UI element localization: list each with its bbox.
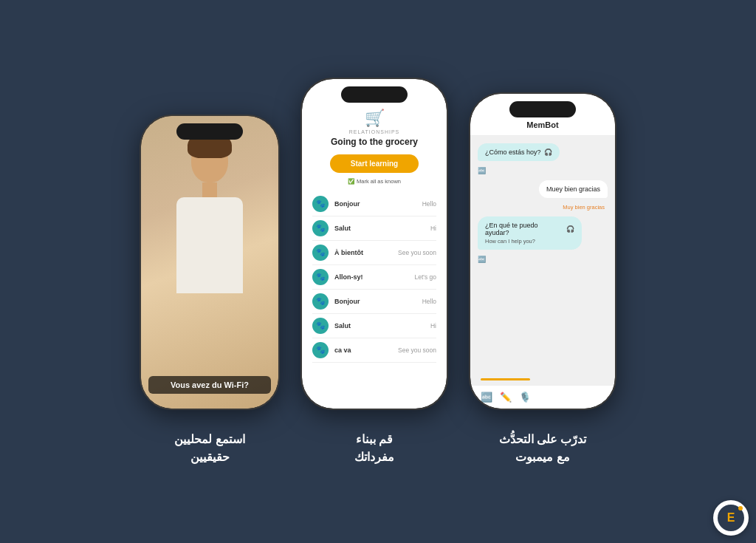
vocab-word-4: Allon-sy!	[334, 273, 408, 281]
vocab-avatar-1: 🐾	[312, 196, 329, 212]
vocab-icon: 🛒	[365, 109, 385, 128]
chat-correction-1: Muy bien gracias	[563, 204, 608, 211]
vocab-avatar-7: 🐾	[312, 342, 329, 358]
vocab-item-5[interactable]: 🐾 Bonjour Hello	[312, 290, 436, 314]
edit-footer-icon[interactable]: ✏️	[500, 392, 512, 403]
vocab-avatar-6: 🐾	[312, 318, 329, 334]
vocab-translation-2: Hi	[430, 225, 436, 232]
labels-row: استمع لمحليينحقيقيين قم ببناءمفرداتك تدر…	[0, 431, 756, 466]
phone-1: Vous avez du Wi-Fi?	[140, 115, 280, 410]
vocab-word-3: À bientôt	[334, 249, 392, 256]
vocab-translation-3: See you soon	[398, 249, 436, 256]
label-text-3: تدرّب على التحدُّثمع ميمبوت	[469, 431, 616, 466]
vocab-avatar-3: 🐾	[312, 245, 329, 261]
phone-notch-1	[176, 123, 243, 140]
logo-inner: E	[718, 505, 744, 531]
mark-all-known[interactable]: ✅ Mark all as known	[348, 178, 401, 185]
vocab-item-6[interactable]: 🐾 Salut Hi	[312, 314, 436, 338]
phone-notch-2	[341, 86, 408, 103]
logo-dots	[738, 506, 743, 510]
vocab-word-7: ca va	[334, 346, 392, 354]
chat-bubble-2: Muey bien gracias	[539, 180, 608, 198]
chat-text-1: ¿Cómo estás hoy?	[485, 148, 541, 156]
label-phone-1: استمع لمحليينحقيقيين	[140, 431, 280, 466]
phone-3: MemBot ¿Cómo estás hoy? 🎧 🔤 Muey bien gr…	[469, 92, 616, 410]
translate-icon-2: 🔤	[478, 256, 486, 263]
label-phone-2: قم ببناءمفرداتك	[300, 431, 448, 466]
vocab-item-3[interactable]: 🐾 À bientôt See you soon	[312, 241, 436, 265]
logo-letter: E	[727, 511, 735, 525]
headphone-icon-1: 🎧	[544, 148, 552, 156]
chat-screen: MemBot ¿Cómo estás hoy? 🎧 🔤 Muey bien gr…	[470, 94, 615, 409]
vocab-translation-5: Hello	[422, 298, 436, 305]
chat-messages: ¿Cómo estás hoy? 🎧 🔤 Muey bien gracias M…	[470, 136, 615, 378]
vocab-word-1: Bonjour	[334, 200, 416, 208]
chat-sub-3: How can I help you?	[485, 238, 574, 245]
chat-footer: 🔤 ✏️ 🎙️	[470, 385, 615, 409]
chat-progress-bar	[481, 378, 530, 380]
chat-text-2: Muey bien gracias	[546, 185, 600, 193]
mic-footer-icon[interactable]: 🎙️	[519, 392, 531, 403]
headphone-icon-2: 🎧	[566, 225, 574, 233]
vocab-word-6: Salut	[334, 322, 425, 329]
phones-container: Vous avez du Wi-Fi? 🛒 RELATIONSHIPS Goin…	[140, 78, 616, 410]
label-text-1: استمع لمحليينحقيقيين	[140, 431, 280, 466]
chat-bubble-3: ¿En qué te puedo ayudar? 🎧 How can I hel…	[478, 216, 582, 250]
translate-icon-1: 🔤	[478, 167, 486, 174]
vocab-item-4[interactable]: 🐾 Allon-sy! Let's go	[312, 265, 436, 290]
video-background: Vous avez du Wi-Fi?	[141, 116, 278, 409]
vocab-translation-1: Hello	[422, 200, 436, 208]
label-phone-3: تدرّب على التحدُّثمع ميمبوت	[469, 431, 616, 466]
video-subtitle: Vous avez du Wi-Fi?	[148, 376, 271, 394]
translate-row-1: 🔤	[478, 167, 608, 174]
vocab-translation-7: See you soon	[398, 346, 436, 354]
chat-bubble-1: ¿Cómo estás hoy? 🎧	[478, 143, 560, 161]
vocab-avatar-5: 🐾	[312, 293, 329, 310]
vocab-word-2: Salut	[334, 225, 425, 232]
vocab-avatar-4: 🐾	[312, 269, 329, 285]
person-silhouette	[176, 138, 243, 293]
vocab-screen: 🛒 RELATIONSHIPS Going to the grocery Sta…	[302, 79, 447, 409]
check-icon: ✅	[348, 178, 354, 185]
vocab-list: 🐾 Bonjour Hello 🐾 Salut Hi 🐾	[312, 192, 436, 398]
start-learning-button[interactable]: Start learning	[330, 154, 419, 173]
vocab-category: RELATIONSHIPS	[349, 129, 400, 134]
vocab-item-7[interactable]: 🐾 ca va See you soon	[312, 338, 436, 363]
vocab-item-2[interactable]: 🐾 Salut Hi	[312, 216, 436, 241]
vocab-avatar-2: 🐾	[312, 220, 329, 236]
phone-notch-3	[509, 101, 576, 117]
translate-footer-icon[interactable]: 🔤	[481, 392, 492, 403]
label-text-2: قم ببناءمفرداتك	[300, 431, 448, 466]
vocab-translation-4: Let's go	[414, 273, 436, 281]
vocab-item-1[interactable]: 🐾 Bonjour Hello	[312, 192, 436, 216]
chat-text-3: ¿En qué te puedo ayudar?	[485, 222, 563, 236]
translate-row-2: 🔤	[478, 256, 608, 263]
logo-badge: E	[713, 500, 749, 536]
vocab-word-5: Bonjour	[334, 298, 416, 305]
phone-2: 🛒 RELATIONSHIPS Going to the grocery Sta…	[300, 78, 448, 410]
vocab-title: Going to the grocery	[331, 137, 418, 147]
vocab-translation-6: Hi	[430, 322, 436, 329]
